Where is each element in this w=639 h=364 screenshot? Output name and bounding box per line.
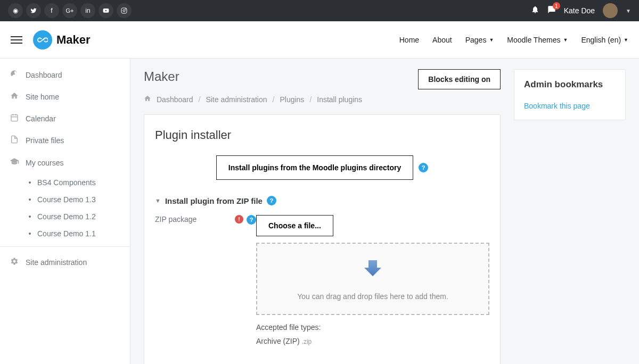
social-icons-row: ◉ f G+ in — [8, 3, 132, 18]
sidebar-item-label: My courses — [26, 159, 64, 167]
globe-icon[interactable]: ◉ — [8, 3, 23, 18]
file-dropzone[interactable]: You can drag and drop files here to add … — [256, 243, 489, 315]
sidebar-item-siteadmin[interactable]: Site administration — [0, 251, 130, 273]
facebook-icon[interactable]: f — [44, 3, 59, 18]
user-dropdown-caret[interactable]: ▼ — [626, 8, 631, 14]
choose-file-button[interactable]: Choose a file... — [256, 215, 333, 236]
help-icon[interactable]: ? — [267, 196, 276, 205]
installer-card: Plugin installer Install plugins from th… — [144, 114, 501, 364]
sidebar-item-label: Dashboard — [26, 71, 62, 79]
nav-home[interactable]: Home — [399, 36, 419, 44]
help-icon[interactable]: ? — [419, 163, 428, 172]
breadcrumb: Dashboard / Site administration / Plugin… — [144, 95, 501, 104]
svg-point-2 — [123, 10, 125, 12]
breadcrumb-link[interactable]: Site administration — [206, 95, 267, 104]
brand-logo[interactable]: Maker — [33, 30, 91, 49]
zip-control-col: Choose a file... You can drag and drop f… — [256, 215, 489, 345]
breadcrumb-link[interactable]: Plugins — [280, 95, 304, 104]
installer-heading: Plugin installer — [155, 128, 489, 142]
files-icon — [10, 135, 19, 145]
bullet-icon — [29, 216, 31, 218]
nav-language[interactable]: English (en)▼ — [581, 36, 628, 44]
sidebar-course-item[interactable]: Course Demo 1.2 — [19, 208, 130, 225]
nav-themes[interactable]: Moodle Themes▼ — [507, 36, 568, 44]
main-column: Maker Blocks editing on Dashboard / Site… — [144, 69, 501, 364]
home-icon — [144, 95, 151, 104]
page-title: Maker — [144, 69, 179, 84]
username[interactable]: Kate Doe — [564, 6, 595, 15]
linkedin-icon[interactable]: in — [80, 3, 95, 18]
logo-icon — [33, 30, 52, 49]
bullet-icon — [29, 233, 31, 235]
breadcrumb-sep: / — [273, 95, 275, 104]
section-header[interactable]: ▼ Install plugin from ZIP file ? — [155, 196, 489, 205]
bullet-icon — [29, 198, 31, 201]
chevron-down-icon: ▼ — [563, 37, 568, 43]
sidebar-item-label: Site home — [26, 93, 59, 101]
sidebar-course-item[interactable]: BS4 Components — [19, 174, 130, 191]
download-arrow-icon — [360, 257, 386, 283]
breadcrumb-sep: / — [309, 95, 312, 104]
sidebar-item-privatefiles[interactable]: Private files — [0, 129, 130, 151]
sidebar-item-label: Site administration — [26, 258, 87, 267]
aside-title: Admin bookmarks — [524, 79, 616, 90]
messages-icon[interactable]: 1 — [547, 5, 556, 16]
svg-point-3 — [126, 9, 126, 10]
instagram-icon[interactable] — [117, 3, 132, 18]
nav-about[interactable]: About — [432, 36, 452, 44]
collapse-caret-icon: ▼ — [155, 197, 161, 204]
section-title: Install plugin from ZIP file — [165, 196, 263, 205]
sidebar-course-item[interactable]: Course Demo 1.3 — [19, 191, 130, 208]
graduation-cap-icon — [10, 157, 19, 168]
sidebar-item-dashboard[interactable]: Dashboard — [0, 64, 130, 86]
top-bar: ◉ f G+ in 1 Kate Doe ▼ — [0, 0, 639, 21]
sidebar-item-label: Private files — [26, 136, 64, 145]
bookmark-page-link[interactable]: Bookmark this page — [524, 102, 616, 110]
install-from-directory-button[interactable]: Install plugins from the Moodle plugins … — [216, 155, 413, 180]
message-badge: 1 — [553, 2, 560, 10]
sidebar-item-mycourses[interactable]: My courses — [0, 151, 130, 174]
brand-name: Maker — [56, 33, 91, 47]
breadcrumb-current: Install plugins — [317, 95, 362, 104]
bullet-icon — [29, 181, 31, 184]
zip-label-col: ZIP package ! ? — [155, 215, 256, 345]
file-type-row: Archive (ZIP) .zip — [256, 337, 489, 345]
googleplus-icon[interactable]: G+ — [62, 3, 77, 18]
nav-links: Home About Pages▼ Moodle Themes▼ English… — [399, 36, 628, 44]
home-icon — [10, 92, 19, 102]
show-more-link[interactable]: Show more... — [166, 353, 489, 364]
breadcrumb-link[interactable]: Dashboard — [157, 95, 193, 104]
required-icon: ! — [235, 215, 243, 224]
help-icon[interactable]: ? — [247, 215, 256, 225]
youtube-icon[interactable] — [99, 3, 113, 18]
notifications-icon[interactable] — [531, 5, 539, 16]
chevron-down-icon: ▼ — [489, 37, 494, 43]
sidebar-item-label: Calendar — [26, 114, 56, 123]
page-head: Maker Blocks editing on — [144, 69, 501, 89]
admin-bookmarks-card: Admin bookmarks Bookmark this page — [514, 69, 626, 120]
zip-package-row: ZIP package ! ? Choose a file... You can… — [155, 215, 489, 345]
avatar[interactable] — [603, 3, 618, 18]
hamburger-menu[interactable] — [11, 36, 22, 44]
main-nav: Maker Home About Pages▼ Moodle Themes▼ E… — [0, 21, 639, 59]
blocks-editing-button[interactable]: Blocks editing on — [418, 69, 501, 89]
sidebar-divider — [0, 246, 130, 247]
accepted-types-label: Accepted file types: — [256, 323, 489, 332]
aside-column: Admin bookmarks Bookmark this page — [514, 69, 626, 120]
svg-rect-5 — [11, 115, 18, 121]
gear-icon — [10, 257, 19, 267]
tachometer-icon — [10, 70, 19, 80]
file-type-ext: .zip — [302, 338, 312, 345]
sidebar-courses-list: BS4 Components Course Demo 1.3 Course De… — [0, 174, 130, 242]
svg-point-4 — [14, 73, 15, 75]
content: Maker Blocks editing on Dashboard / Site… — [130, 59, 639, 364]
file-type-name: Archive (ZIP) — [256, 337, 300, 345]
twitter-icon[interactable] — [26, 3, 41, 18]
calendar-icon — [10, 113, 19, 123]
sidebar-item-sitehome[interactable]: Site home — [0, 86, 130, 107]
sidebar: Dashboard Site home Calendar Private fil… — [0, 59, 130, 364]
chevron-down-icon: ▼ — [624, 37, 628, 43]
sidebar-item-calendar[interactable]: Calendar — [0, 107, 130, 129]
sidebar-course-item[interactable]: Course Demo 1.1 — [19, 225, 130, 242]
nav-pages[interactable]: Pages▼ — [465, 36, 494, 44]
